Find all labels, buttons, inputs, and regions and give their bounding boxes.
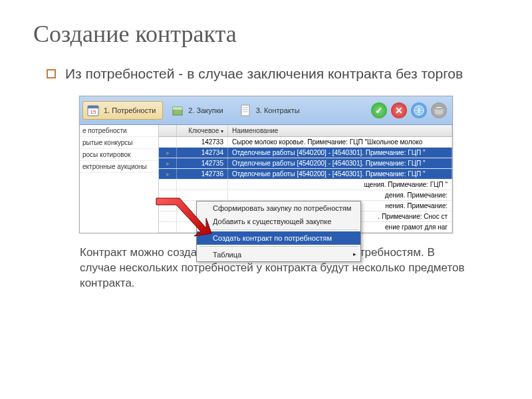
- list-item[interactable]: рытые конкурсы: [80, 137, 158, 149]
- bullet-marker: [47, 69, 56, 78]
- tab-needs[interactable]: 15 1. Потребности: [82, 101, 163, 120]
- ctx-table-submenu[interactable]: Таблица: [197, 248, 360, 261]
- ctx-form-purchase[interactable]: Сформировать закупку по потребностям: [197, 201, 360, 215]
- col-key[interactable]: Ключевое ▾: [177, 125, 228, 136]
- app-screenshot: 15 1. Потребности 2. Закупки 3. Контракт…: [79, 96, 453, 233]
- tab-purchases[interactable]: 2. Закупки: [167, 101, 230, 120]
- globe-icon[interactable]: [411, 102, 427, 118]
- ctx-add-existing[interactable]: Добавить к существующей закупке: [197, 215, 360, 228]
- table-row[interactable]: ▸142734Отделочные работы [4540200] - [45…: [159, 148, 452, 158]
- menu-separator: [200, 246, 358, 247]
- context-menu: Сформировать закупку по потребностям Доб…: [196, 201, 361, 262]
- slide-title: Создание контракта: [33, 20, 499, 48]
- menu-separator: [200, 229, 358, 230]
- list-item[interactable]: е потребности: [80, 125, 158, 137]
- tab-label: 1. Потребности: [104, 106, 156, 114]
- col-name[interactable]: Наименование: [228, 125, 452, 136]
- table-row[interactable]: ▸142735Отделочные работы [4540200] - [45…: [159, 158, 452, 169]
- cancel-icon[interactable]: ✕: [391, 102, 407, 118]
- svg-rect-1: [88, 106, 98, 108]
- list-item[interactable]: ектронные аукционы: [80, 161, 158, 173]
- table-row[interactable]: щения. Примечание: ГЦП ": [159, 180, 452, 190]
- tab-label: 3. Контракты: [256, 106, 300, 114]
- svg-text:15: 15: [90, 109, 96, 115]
- list-item[interactable]: росы котировок: [80, 149, 158, 161]
- calendar-icon: 15: [86, 103, 100, 118]
- app-toolbar: 15 1. Потребности 2. Закупки 3. Контракт…: [80, 96, 452, 125]
- ctx-create-contract[interactable]: Создать контракт по потребностям: [197, 231, 360, 245]
- bullet-text: Из потребностей - в случае заключения ко…: [65, 65, 463, 82]
- red-arrow-icon: [153, 195, 213, 248]
- tab-label: 2. Закупки: [188, 106, 223, 114]
- grid-header: Ключевое ▾ Наименование: [159, 125, 452, 137]
- bullet-item: Из потребностей - в случае заключения ко…: [47, 65, 499, 82]
- box-icon: [170, 103, 185, 118]
- svg-marker-12: [156, 198, 211, 236]
- table-row[interactable]: 142733Сырое молоко коровье. Примечание: …: [159, 137, 452, 148]
- svg-rect-5: [241, 105, 249, 116]
- left-panel: е потребности рытые конкурсы росы котиро…: [80, 125, 159, 233]
- tab-contracts[interactable]: 3. Контракты: [235, 101, 307, 120]
- document-icon: [238, 103, 253, 118]
- database-icon[interactable]: [431, 102, 447, 118]
- svg-rect-4: [173, 107, 182, 110]
- ok-icon[interactable]: ✓: [371, 102, 387, 118]
- table-row[interactable]: ▸142736Отделочные работы [4540200] - [45…: [159, 169, 452, 180]
